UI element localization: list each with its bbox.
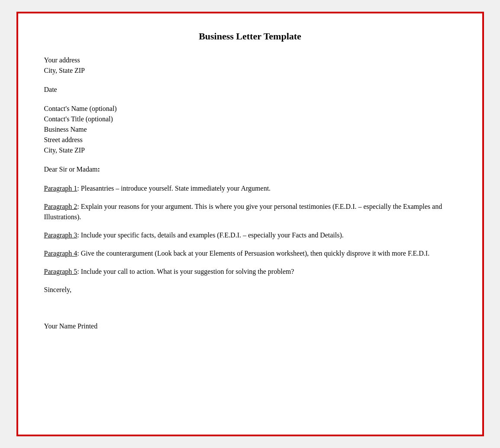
paragraph-5-label: Paragraph 5 <box>44 268 77 275</box>
paragraph-4-text: : Give the counterargument (Look back at… <box>77 250 429 257</box>
paragraph-3-label: Paragraph 3 <box>44 231 77 239</box>
paragraph-1-label: Paragraph 1 <box>44 185 77 192</box>
paragraph-1-text: : Pleasantries – introduce yourself. Sta… <box>77 185 271 192</box>
salutation: Dear Sir or Madam: <box>44 164 456 175</box>
signature-block: Your Name Printed <box>44 321 456 331</box>
date-block: Date <box>44 84 456 95</box>
page-wrapper: Business Letter Template Your address Ci… <box>0 0 500 448</box>
paragraph-2-label: Paragraph 2 <box>44 203 77 210</box>
address-line1: Your address <box>44 55 456 65</box>
paragraph-4-label: Paragraph 4 <box>44 250 77 257</box>
paragraph-4-block: Paragraph 4: Give the counterargument (L… <box>44 248 456 259</box>
recipient-block: Contact's Name (optional) Contact's Titl… <box>44 104 456 156</box>
letter-container: Business Letter Template Your address Ci… <box>16 12 484 436</box>
letter-title: Business Letter Template <box>44 31 456 42</box>
address-block: Your address City, State ZIP <box>44 55 456 76</box>
paragraph-3-text: : Include your specific facts, details a… <box>77 231 343 239</box>
address-line2: City, State ZIP <box>44 65 456 76</box>
paragraph-5-block: Paragraph 5: Include your call to action… <box>44 266 456 277</box>
closing-block: Sincerely, <box>44 285 456 295</box>
recipient-line1: Contact's Name (optional) <box>44 104 456 114</box>
paragraph-3-block: Paragraph 3: Include your specific facts… <box>44 230 456 240</box>
date-label: Date <box>44 86 57 93</box>
closing-text: Sincerely, <box>44 286 71 293</box>
recipient-line4: Street address <box>44 135 456 145</box>
paragraph-1-block: Paragraph 1: Pleasantries – introduce yo… <box>44 183 456 194</box>
signature-text: Your Name Printed <box>44 322 98 330</box>
recipient-line5: City, State ZIP <box>44 145 456 156</box>
salutation-colon: : <box>97 166 100 173</box>
paragraph-5-text: : Include your call to action. What is y… <box>77 268 294 275</box>
salutation-text: Dear Sir or Madam <box>44 166 98 173</box>
letter-body: Your address City, State ZIP Date Contac… <box>44 55 456 331</box>
recipient-line3: Business Name <box>44 124 456 135</box>
paragraph-2-block: Paragraph 2: Explain your reasons for yo… <box>44 201 456 222</box>
recipient-line2: Contact's Title (optional) <box>44 114 456 124</box>
paragraph-2-text: : Explain your reasons for your argument… <box>44 203 442 221</box>
